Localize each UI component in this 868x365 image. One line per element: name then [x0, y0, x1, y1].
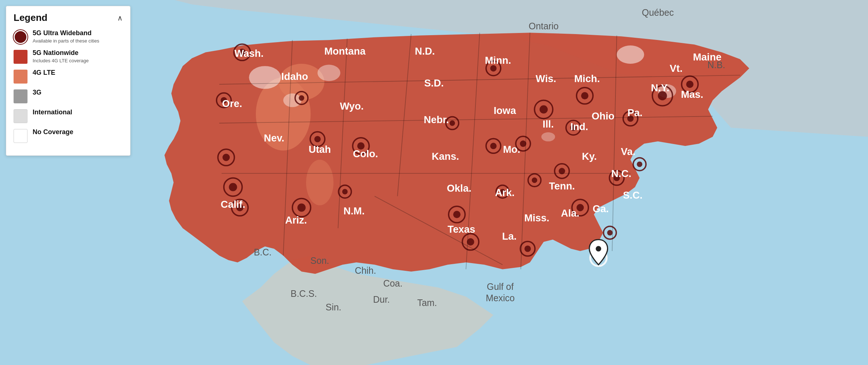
svg-point-61 — [449, 121, 455, 126]
svg-text:Ontario: Ontario — [529, 21, 559, 31]
svg-text:Ohio: Ohio — [592, 110, 614, 122]
svg-text:Sin.: Sin. — [326, 302, 341, 312]
legend-item-3g: 3G — [14, 89, 123, 103]
svg-point-4 — [249, 66, 281, 89]
svg-point-35 — [490, 65, 496, 71]
svg-text:Idaho: Idaho — [281, 71, 308, 82]
legend-panel: Legend ∧ 5G Ultra Wideband Available in … — [6, 6, 130, 156]
svg-text:S.C.: S.C. — [623, 189, 642, 201]
map-container: Wash. Ore. Calif. Idaho Nev. Utah Ariz. … — [0, 0, 868, 365]
svg-text:Son.: Son. — [310, 255, 329, 266]
svg-text:Texas: Texas — [448, 224, 475, 235]
svg-text:Dur.: Dur. — [373, 294, 390, 305]
svg-text:Ky.: Ky. — [582, 151, 597, 162]
svg-point-7 — [617, 45, 644, 64]
legend-sublabel-5g-uw: Available in parts of these cities — [33, 38, 99, 44]
svg-text:Okla.: Okla. — [447, 182, 471, 194]
svg-text:Wyo.: Wyo. — [340, 100, 364, 112]
svg-text:N.B.: N.B. — [707, 60, 725, 70]
svg-text:Mich.: Mich. — [574, 73, 600, 84]
legend-label-5g-uw: 5G Ultra Wideband — [33, 29, 99, 37]
svg-text:Mas.: Mas. — [681, 89, 703, 100]
svg-point-21 — [229, 183, 237, 191]
svg-point-5 — [283, 93, 302, 107]
legend-item-4g-lte: 4G LTE — [14, 69, 123, 84]
svg-text:Wash.: Wash. — [234, 48, 264, 59]
svg-point-6 — [317, 64, 340, 81]
legend-header: Legend ∧ — [14, 12, 123, 23]
svg-text:Va.: Va. — [621, 146, 636, 157]
svg-text:Tenn.: Tenn. — [549, 180, 575, 192]
svg-point-9 — [541, 132, 555, 141]
svg-text:Ore.: Ore. — [222, 98, 242, 109]
svg-text:Colo.: Colo. — [353, 148, 378, 159]
svg-text:Ill.: Ill. — [542, 118, 553, 130]
svg-text:N.Y.: N.Y. — [651, 82, 669, 93]
svg-text:S.D.: S.D. — [424, 77, 444, 89]
svg-point-39 — [581, 92, 588, 99]
svg-text:N.D.: N.D. — [415, 45, 435, 57]
legend-sublabel-5g-nationwide: Includes 4G LTE coverage — [33, 58, 89, 63]
svg-text:Miss.: Miss. — [524, 212, 549, 224]
legend-label-3g: 3G — [33, 89, 41, 97]
legend-swatch-4g-lte — [14, 70, 27, 84]
svg-point-53 — [686, 81, 694, 88]
svg-text:Québec: Québec — [642, 7, 674, 18]
legend-swatch-international — [14, 109, 27, 123]
svg-text:Chih.: Chih. — [355, 265, 376, 276]
svg-text:B.C.: B.C. — [254, 247, 271, 257]
svg-text:Ga.: Ga. — [593, 203, 609, 214]
legend-swatch-5g-nationwide — [14, 50, 27, 64]
svg-text:Ark.: Ark. — [495, 187, 515, 198]
legend-item-no-coverage: No Coverage — [14, 128, 123, 143]
svg-point-2 — [279, 64, 324, 100]
svg-point-67 — [637, 162, 642, 167]
svg-point-65 — [532, 177, 537, 183]
legend-item-5g-uw: 5G Ultra Wideband Available in parts of … — [14, 29, 123, 44]
svg-point-19 — [222, 154, 230, 161]
svg-text:Ariz.: Ariz. — [285, 214, 307, 226]
svg-text:Pa.: Pa. — [628, 107, 643, 118]
legend-label-4g-lte: 4G LTE — [33, 69, 55, 77]
svg-point-57 — [525, 246, 531, 252]
svg-text:Calif.: Calif. — [221, 199, 245, 210]
svg-text:La.: La. — [502, 231, 517, 242]
svg-point-29 — [453, 211, 460, 218]
legend-swatch-no-coverage — [14, 129, 27, 143]
legend-item-international: International — [14, 108, 123, 123]
svg-text:Iowa: Iowa — [494, 105, 516, 116]
svg-point-59 — [342, 189, 347, 194]
svg-point-25 — [297, 203, 305, 211]
svg-text:Coa.: Coa. — [383, 278, 403, 288]
svg-text:Ind.: Ind. — [570, 121, 588, 132]
svg-text:B.C.S.: B.C.S. — [291, 288, 317, 299]
legend-item-5g-nationwide: 5G Nationwide Includes 4G LTE coverage — [14, 49, 123, 64]
svg-point-37 — [540, 105, 548, 113]
legend-swatch-3g — [14, 89, 27, 103]
svg-text:N.C.: N.C. — [611, 168, 632, 179]
svg-text:Vt.: Vt. — [670, 63, 683, 74]
svg-point-15 — [299, 95, 304, 101]
legend-collapse-button[interactable]: ∧ — [117, 14, 123, 22]
svg-text:Mo.: Mo. — [503, 144, 520, 155]
legend-swatch-5g-uw — [14, 30, 27, 44]
svg-text:Kans.: Kans. — [432, 151, 459, 162]
svg-point-69 — [607, 230, 613, 236]
svg-text:Nebr.: Nebr. — [424, 114, 449, 125]
legend-label-5g-nationwide: 5G Nationwide — [33, 49, 89, 57]
svg-text:Minn.: Minn. — [485, 55, 511, 66]
svg-text:Utah: Utah — [309, 144, 331, 155]
legend-label-no-coverage: No Coverage — [33, 128, 73, 136]
svg-text:Montana: Montana — [324, 45, 366, 57]
svg-text:Gulf of: Gulf of — [487, 281, 514, 292]
svg-point-135 — [596, 246, 601, 251]
legend-title: Legend — [14, 12, 47, 23]
legend-label-international: International — [33, 108, 72, 117]
svg-text:N.M.: N.M. — [343, 205, 365, 217]
svg-point-33 — [490, 143, 496, 149]
svg-text:Wis.: Wis. — [536, 73, 556, 84]
svg-text:Tam.: Tam. — [417, 298, 437, 308]
svg-point-17 — [314, 136, 320, 142]
svg-text:Mexico: Mexico — [486, 293, 515, 303]
svg-text:Nev.: Nev. — [264, 132, 284, 144]
